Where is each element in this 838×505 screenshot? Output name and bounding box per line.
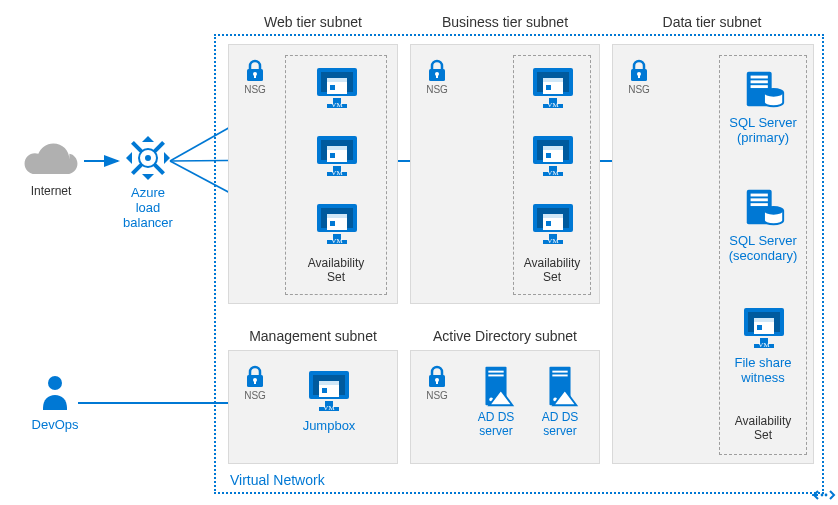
nsg-web-label: NSG xyxy=(244,84,266,95)
nsg-data-label: NSG xyxy=(628,84,650,95)
data-availability-set: SQL Server (primary) SQL Server (seconda… xyxy=(719,55,807,455)
business-availset-label: Availability Set xyxy=(514,256,590,285)
lock-icon xyxy=(425,59,449,83)
server-icon xyxy=(475,363,517,409)
server-icon xyxy=(539,363,581,409)
sql-server-icon xyxy=(741,184,787,230)
lock-icon xyxy=(627,59,651,83)
business-vm-1 xyxy=(529,64,577,112)
internet-node: Internet xyxy=(14,132,88,198)
nsg-business: NSG xyxy=(419,59,455,95)
sql-secondary-label: SQL Server (secondary) xyxy=(720,234,806,264)
ad-server-2-label: AD DS server xyxy=(542,411,579,439)
vm-icon xyxy=(313,132,361,180)
management-subnet: NSG Jumpbox xyxy=(228,350,398,464)
ad-subnet: NSG AD DS server AD DS server xyxy=(410,350,600,464)
cloud-icon xyxy=(16,132,86,178)
internet-label: Internet xyxy=(31,184,72,198)
data-subnet: NSG SQL Server (primary) SQL Server (sec… xyxy=(612,44,814,464)
sql-primary xyxy=(740,66,788,112)
devops-node: DevOps xyxy=(32,374,78,433)
nsg-web: NSG xyxy=(237,59,273,95)
nsg-ad-label: NSG xyxy=(426,390,448,401)
nsg-business-label: NSG xyxy=(426,84,448,95)
vm-icon xyxy=(313,64,361,112)
jumpbox-vm: Jumpbox xyxy=(299,367,359,434)
nsg-management-label: NSG xyxy=(244,390,266,401)
management-subnet-title: Management subnet xyxy=(228,328,398,344)
load-balancer-icon xyxy=(124,134,172,182)
ad-subnet-title: Active Directory subnet xyxy=(410,328,600,344)
nsg-management: NSG xyxy=(237,365,273,401)
business-availability-set: Availability Set xyxy=(513,55,591,295)
web-subnet: NSG Availability Set xyxy=(228,44,398,304)
file-share-label: File share witness xyxy=(720,356,806,386)
resize-icon xyxy=(812,487,836,503)
business-subnet: NSG Availability Set xyxy=(410,44,600,304)
nsg-ad: NSG xyxy=(419,365,455,401)
data-availset-label: Availability Set xyxy=(720,414,806,443)
devops-label: DevOps xyxy=(32,418,79,433)
svg-point-45 xyxy=(821,494,824,497)
file-share-witness xyxy=(740,304,788,352)
business-subnet-title: Business tier subnet xyxy=(410,14,600,30)
vm-icon xyxy=(305,367,353,415)
vm-icon xyxy=(740,304,788,352)
ad-server-1: AD DS server xyxy=(469,363,523,439)
web-availability-set: Availability Set xyxy=(285,55,387,295)
resize-handle[interactable] xyxy=(812,487,836,503)
web-subnet-title: Web tier subnet xyxy=(228,14,398,30)
business-vm-2 xyxy=(529,132,577,180)
lock-icon xyxy=(243,365,267,389)
vm-icon xyxy=(529,132,577,180)
lb1-label: Azure load balancer xyxy=(118,186,178,231)
web-vm-3 xyxy=(313,200,361,248)
web-availset-label: Availability Set xyxy=(286,256,386,285)
ad-server-1-label: AD DS server xyxy=(478,411,515,439)
lock-icon xyxy=(425,365,449,389)
web-vm-1 xyxy=(313,64,361,112)
lock-icon xyxy=(243,59,267,83)
sql-server-icon xyxy=(741,66,787,112)
svg-point-46 xyxy=(825,494,828,497)
vm-icon xyxy=(529,64,577,112)
nsg-data: NSG xyxy=(621,59,657,95)
load-balancer-external: Azure load balancer xyxy=(118,134,178,231)
business-vm-3 xyxy=(529,200,577,248)
web-vm-2 xyxy=(313,132,361,180)
sql-primary-label: SQL Server (primary) xyxy=(720,116,806,146)
jumpbox-label: Jumpbox xyxy=(303,419,356,434)
vm-icon xyxy=(529,200,577,248)
ad-server-2: AD DS server xyxy=(533,363,587,439)
sql-secondary xyxy=(740,184,788,230)
person-icon xyxy=(39,374,71,414)
data-subnet-title: Data tier subnet xyxy=(612,14,812,30)
vm-icon xyxy=(313,200,361,248)
virtual-network-label: Virtual Network xyxy=(230,472,325,488)
